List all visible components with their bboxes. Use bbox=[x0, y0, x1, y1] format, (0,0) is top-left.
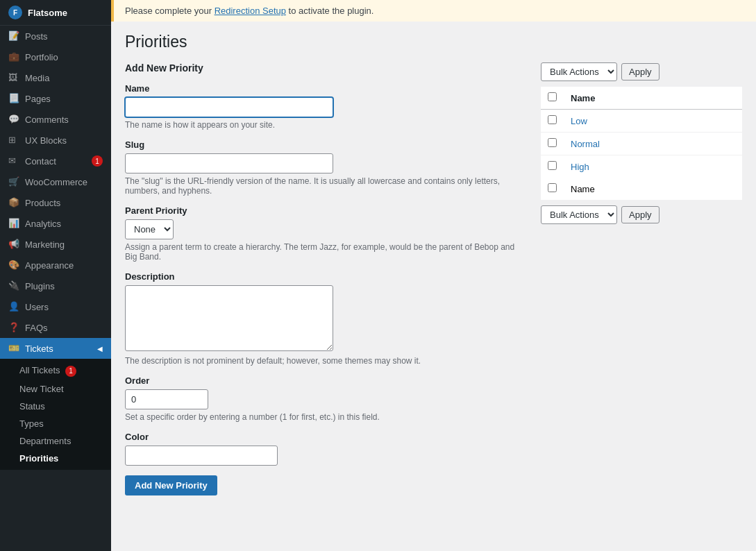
sidebar-brand: F Flatsome bbox=[0, 0, 111, 26]
description-label: Description bbox=[125, 271, 527, 282]
woo-icon: 🛒 bbox=[8, 176, 19, 187]
bulk-actions-select-top[interactable]: Bulk Actions bbox=[541, 62, 617, 81]
order-label: Order bbox=[125, 375, 527, 386]
ux-blocks-icon: ⊞ bbox=[8, 135, 19, 146]
sidebar-item-faqs[interactable]: ❓ FAQs bbox=[0, 317, 111, 338]
sidebar-item-products[interactable]: 📦 Products bbox=[0, 192, 111, 213]
description-hint: The description is not prominent by defa… bbox=[125, 356, 527, 366]
apply-button-top[interactable]: Apply bbox=[621, 63, 660, 80]
row-name-cell: Low bbox=[564, 110, 742, 133]
faqs-icon: ❓ bbox=[8, 322, 19, 333]
sidebar-item-woocommerce[interactable]: 🛒 WooCommerce bbox=[0, 171, 111, 192]
notice-bar: Please complete your Redirection Setup t… bbox=[111, 0, 756, 22]
page-title: Priorities bbox=[125, 33, 742, 51]
parent-label: Parent Priority bbox=[125, 205, 527, 216]
appearance-icon: 🎨 bbox=[8, 260, 19, 271]
sidebar-item-media[interactable]: 🖼 Media bbox=[0, 67, 111, 88]
all-tickets-badge: 1 bbox=[65, 366, 76, 377]
add-priority-form: Add New Priority Name The name is how it… bbox=[125, 62, 527, 495]
submenu-departments[interactable]: Departments bbox=[0, 432, 111, 450]
products-icon: 📦 bbox=[8, 197, 19, 208]
slug-input[interactable] bbox=[125, 153, 333, 173]
row-checkbox[interactable] bbox=[548, 115, 557, 124]
row-checkbox[interactable] bbox=[548, 161, 557, 170]
submenu-all-tickets[interactable]: All Tickets 1 bbox=[0, 362, 111, 380]
footer-checkbox-cell bbox=[541, 178, 564, 200]
submenu-types[interactable]: Types bbox=[0, 415, 111, 432]
priority-name-link[interactable]: High bbox=[571, 162, 589, 172]
order-input[interactable] bbox=[125, 389, 208, 409]
name-label: Name bbox=[125, 83, 527, 94]
row-checkbox-cell bbox=[541, 155, 564, 178]
sidebar-item-tickets[interactable]: 🎫 Tickets ◀ bbox=[0, 338, 111, 359]
bulk-actions-select-bottom[interactable]: Bulk Actions bbox=[541, 205, 617, 224]
slug-label: Slug bbox=[125, 139, 527, 150]
name-group: Name The name is how it appears on your … bbox=[125, 83, 527, 130]
sidebar-item-marketing[interactable]: 📢 Marketing bbox=[0, 234, 111, 255]
sidebar-item-users[interactable]: 👤 Users bbox=[0, 296, 111, 317]
bulk-bar-top: Bulk Actions Apply bbox=[541, 62, 742, 81]
parent-group: Parent Priority None Assign a parent ter… bbox=[125, 205, 527, 262]
submenu-priorities[interactable]: Priorities bbox=[0, 450, 111, 467]
marketing-icon: 📢 bbox=[8, 239, 19, 250]
users-icon: 👤 bbox=[8, 301, 19, 312]
sidebar-item-posts[interactable]: 📝 Posts bbox=[0, 26, 111, 46]
submenu-status[interactable]: Status bbox=[0, 398, 111, 415]
row-checkbox-cell bbox=[541, 110, 564, 133]
row-name-cell: Normal bbox=[564, 133, 742, 155]
row-checkbox[interactable] bbox=[548, 138, 557, 147]
table-row: Low bbox=[541, 110, 742, 133]
color-group: Color bbox=[125, 432, 527, 466]
sidebar: F Flatsome 📝 Posts 💼 Portfolio 🖼 Media 📃… bbox=[0, 0, 111, 551]
sidebar-item-plugins[interactable]: 🔌 Plugins bbox=[0, 276, 111, 296]
description-textarea[interactable] bbox=[125, 285, 333, 351]
portfolio-icon: 💼 bbox=[8, 51, 19, 62]
select-all-checkbox[interactable] bbox=[548, 92, 557, 101]
pages-icon: 📃 bbox=[8, 93, 19, 104]
collapse-arrow-icon: ◀ bbox=[97, 345, 103, 353]
parent-select[interactable]: None bbox=[125, 219, 174, 239]
name-hint: The name is how it appears on your site. bbox=[125, 120, 527, 130]
name-input[interactable] bbox=[125, 97, 333, 117]
plugins-icon: 🔌 bbox=[8, 280, 19, 291]
sidebar-item-portfolio[interactable]: 💼 Portfolio bbox=[0, 46, 111, 67]
priority-name-link[interactable]: Low bbox=[571, 116, 587, 126]
bulk-bar-bottom: Bulk Actions Apply bbox=[541, 205, 742, 224]
row-checkbox-cell bbox=[541, 133, 564, 155]
slug-hint: The "slug" is the URL-friendly version o… bbox=[125, 176, 527, 196]
description-group: Description The description is not promi… bbox=[125, 271, 527, 366]
apply-button-bottom[interactable]: Apply bbox=[621, 206, 660, 223]
col-checkbox-header bbox=[541, 87, 564, 110]
form-section-title: Add New Priority bbox=[125, 62, 527, 74]
col-name-header: Name bbox=[564, 87, 742, 110]
footer-select-all-checkbox[interactable] bbox=[548, 183, 557, 192]
comments-icon: 💬 bbox=[8, 114, 19, 125]
priority-name-link[interactable]: Normal bbox=[571, 139, 600, 149]
main-content: Please complete your Redirection Setup t… bbox=[111, 0, 756, 551]
priorities-table: Name Low Normal High bbox=[541, 87, 742, 200]
submenu-new-ticket[interactable]: New Ticket bbox=[0, 380, 111, 398]
redirection-setup-link[interactable]: Redirection Setup bbox=[215, 6, 286, 16]
table-row: Normal bbox=[541, 133, 742, 155]
sidebar-item-appearance[interactable]: 🎨 Appearance bbox=[0, 255, 111, 276]
order-hint: Set a specific order by entering a numbe… bbox=[125, 412, 527, 422]
table-row: High bbox=[541, 155, 742, 178]
footer-name-cell: Name bbox=[564, 178, 742, 200]
add-new-priority-button[interactable]: Add New Priority bbox=[125, 475, 217, 495]
sidebar-item-comments[interactable]: 💬 Comments bbox=[0, 109, 111, 130]
sidebar-item-pages[interactable]: 📃 Pages bbox=[0, 88, 111, 109]
color-label: Color bbox=[125, 432, 527, 442]
tickets-submenu: All Tickets 1 New Ticket Status Types De… bbox=[0, 359, 111, 470]
sidebar-item-analytics[interactable]: 📊 Analytics bbox=[0, 213, 111, 234]
sidebar-item-ux-blocks[interactable]: ⊞ UX Blocks bbox=[0, 130, 111, 151]
brand-name: Flatsome bbox=[28, 8, 67, 18]
contact-badge: 1 bbox=[92, 155, 103, 167]
contact-icon: ✉ bbox=[8, 155, 19, 167]
priorities-list-panel: Bulk Actions Apply Name bbox=[541, 62, 742, 230]
order-group: Order Set a specific order by entering a… bbox=[125, 375, 527, 422]
color-input[interactable] bbox=[125, 446, 278, 466]
posts-icon: 📝 bbox=[8, 31, 19, 42]
media-icon: 🖼 bbox=[8, 72, 19, 83]
analytics-icon: 📊 bbox=[8, 218, 19, 229]
sidebar-item-contact[interactable]: ✉ Contact 1 bbox=[0, 151, 111, 171]
